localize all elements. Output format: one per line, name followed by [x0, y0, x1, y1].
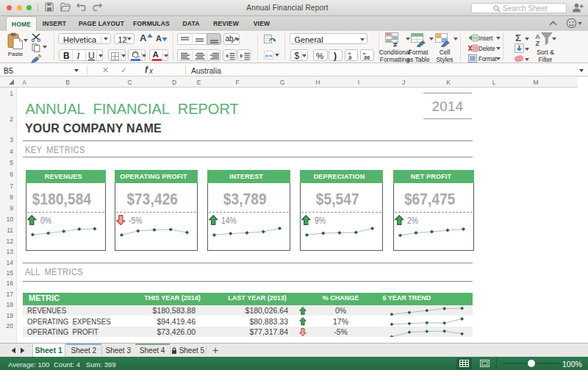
svg-text:≠: ≠ — [393, 40, 398, 48]
svg-text:Z: Z — [536, 39, 540, 47]
svg-text:.00: .00 — [363, 55, 370, 60]
svg-text:.0: .0 — [348, 55, 352, 60]
